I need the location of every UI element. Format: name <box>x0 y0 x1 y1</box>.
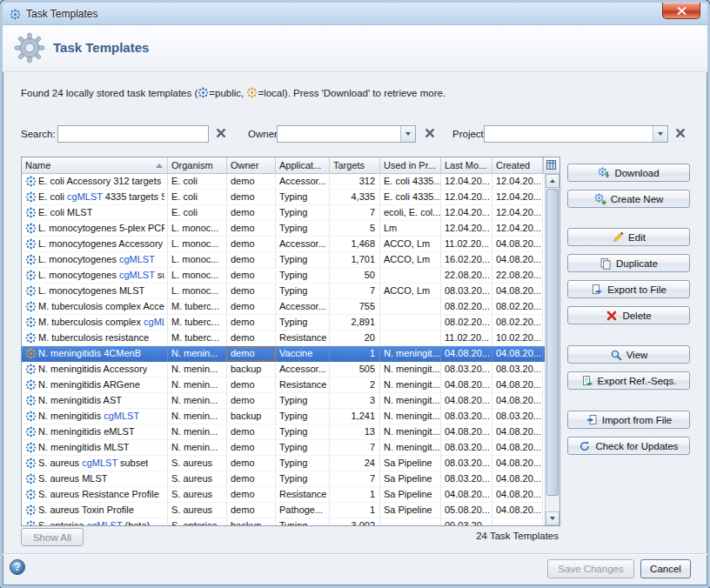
table-row[interactable]: N. meningitidis 4CMenBN. menin...demoVac… <box>22 346 545 362</box>
duplicate-button[interactable]: Duplicate <box>567 254 690 272</box>
cell-targets: 1,468 <box>330 237 380 252</box>
table-row[interactable]: L. monocytogenes cgMLSTL. monoc...demoTy… <box>22 252 545 268</box>
cell-organism: M. tuberc... <box>168 315 227 331</box>
button-label: Delete <box>622 311 651 321</box>
table-config-button[interactable] <box>543 157 558 173</box>
table-row[interactable]: E. coli cgMLST 4335 targets Sa...E. coli… <box>22 190 545 205</box>
table-row[interactable]: E. coli MLSTE. colidemoTyping7ecoli, E. … <box>22 205 545 221</box>
cell-used_in: ACCO, Lm <box>380 237 441 252</box>
cell-last_modified: 12.04.20... <box>441 174 492 190</box>
table-row[interactable]: N. meningitidis cgMLSTN. menin...backupT… <box>22 409 545 424</box>
column-header-organism[interactable]: Organism <box>168 157 227 173</box>
column-header-application[interactable]: Applicat... <box>276 157 330 173</box>
column-header-owner[interactable]: Owner <box>227 157 276 173</box>
cancel-button[interactable]: Cancel <box>640 559 691 578</box>
create-button[interactable]: Create New <box>567 190 690 208</box>
owner-dropdown-arrow[interactable] <box>400 126 415 142</box>
template-name: N. meningitidis MLST <box>38 440 130 455</box>
column-header-last_modified[interactable]: Last Mo... <box>441 157 492 173</box>
duplicate-icon <box>599 257 612 270</box>
search-label: Search: <box>21 124 56 144</box>
scrollbar-thumb[interactable] <box>546 189 559 496</box>
help-button[interactable]: ? <box>10 559 25 575</box>
scroll-up-button[interactable] <box>546 174 559 188</box>
download-button[interactable]: Download <box>567 164 690 182</box>
triangle-up-icon <box>550 179 555 183</box>
cell-owner: demo <box>227 456 276 471</box>
cell-name: N. meningitidis MLST <box>22 440 168 456</box>
search-input[interactable] <box>57 125 209 143</box>
table-row[interactable]: L. monocytogenes MLSTL. monoc...demoTypi… <box>22 284 545 299</box>
cell-created: 04.08.20... <box>492 252 543 268</box>
import-button[interactable]: Import from File <box>567 411 690 429</box>
cell-targets: 1,701 <box>330 252 380 268</box>
view-button[interactable]: View <box>567 345 690 364</box>
table-row[interactable]: S. aureus MLSTS. aureusdemoTyping7Sa Pip… <box>22 471 545 487</box>
cell-used_in <box>380 315 441 331</box>
show-all-button[interactable]: Show All <box>21 528 84 546</box>
cell-last_modified: 22.08.20... <box>441 268 492 284</box>
refseq-button[interactable]: Export Ref.-Seqs. <box>567 371 690 390</box>
template-name-link[interactable]: cgMLST <box>119 254 155 264</box>
cell-last_modified: 16.02.20... <box>441 252 492 268</box>
cell-created: 08.03.20... <box>492 409 543 424</box>
column-header-used_in[interactable]: Used in Pr... <box>380 157 441 173</box>
cell-owner: demo <box>227 471 276 487</box>
export-button[interactable]: Export to File <box>567 280 690 298</box>
public-template-icon <box>198 88 209 98</box>
clear-owner-button[interactable] <box>423 128 436 141</box>
template-name-link[interactable]: cgMLST <box>104 411 139 421</box>
vertical-scrollbar[interactable] <box>545 174 559 525</box>
table-row[interactable]: N. meningitidis AccessoryN. menin...back… <box>22 362 545 378</box>
column-header-targets[interactable]: Targets <box>330 157 380 173</box>
template-name: N. meningitidis eMLST <box>38 424 135 439</box>
chevron-down-icon <box>405 132 411 136</box>
cell-created: 04.08.20... <box>492 378 543 393</box>
column-header-created[interactable]: Created <box>492 157 543 173</box>
column-header-name[interactable]: Name <box>22 157 168 173</box>
cell-name: E. coli cgMLST 4335 targets Sa... <box>22 190 168 205</box>
template-name-link[interactable]: cgML... <box>144 317 164 327</box>
template-name-link[interactable]: cgMLST <box>87 520 123 525</box>
table-row[interactable]: S. aureus Resistance ProfileS. aureusdem… <box>22 487 545 503</box>
owner-dropdown[interactable] <box>277 125 416 143</box>
delete-button[interactable]: Delete <box>567 306 690 324</box>
table-row[interactable]: M. tuberculosis resistanceM. tuberc...de… <box>22 331 545 346</box>
updates-button[interactable]: Check for Updates <box>567 437 690 455</box>
template-name: S. aureus cgMLST subset <box>38 456 148 471</box>
public-template-icon <box>25 520 38 525</box>
table-row[interactable]: L. monocytogenes AccessoryL. monoc...dem… <box>22 237 545 252</box>
template-name-link[interactable]: cgMLST <box>82 458 117 468</box>
cell-organism: S. aureus <box>168 471 227 487</box>
cell-owner: demo <box>227 284 276 299</box>
table-row[interactable]: L. monocytogenes cgMLST sub...L. monoc..… <box>22 268 545 284</box>
table-row[interactable]: N. meningitidis ASTN. menin...demoTyping… <box>22 393 545 409</box>
edit-button[interactable]: Edit <box>567 228 690 246</box>
cell-targets: 5 <box>330 221 380 237</box>
info-line: Found 24 locally stored task templates (… <box>21 87 445 98</box>
table-row[interactable]: N. meningitidis ARGeneN. menin...demoRes… <box>22 378 545 393</box>
table-row[interactable]: M. tuberculosis complex cgML...M. tuberc… <box>22 315 545 331</box>
table-row[interactable]: S. aureus Toxin ProfileS. aureusdemoPath… <box>22 503 545 518</box>
template-name: E. coli cgMLST 4335 targets Sa... <box>38 190 164 204</box>
scroll-down-button[interactable] <box>546 511 559 525</box>
template-name: S. aureus Resistance Profile <box>38 487 159 502</box>
table-row[interactable]: N. meningitidis MLSTN. menin...demoTypin… <box>22 440 545 456</box>
title-bar[interactable]: Task Templates <box>3 3 707 25</box>
public-template-icon <box>25 332 38 344</box>
table-row[interactable]: L. monocytogenes 5-plex PCRL. monoc...de… <box>22 221 545 237</box>
table-row[interactable]: S. enterica cgMLST (beta)S. entericaback… <box>22 518 545 525</box>
template-name: S. aureus MLST <box>38 471 107 486</box>
public-template-icon <box>25 395 38 406</box>
template-name-link[interactable]: cgMLST <box>67 191 103 202</box>
template-name-link[interactable]: cgMLST <box>119 270 155 280</box>
cell-last_modified: 11.02.20... <box>441 331 492 346</box>
clear-search-button[interactable] <box>214 128 227 141</box>
template-count: 24 Task Templates <box>350 531 559 541</box>
table-row[interactable]: S. aureus cgMLST subsetS. aureusdemoTypi… <box>22 456 545 471</box>
close-button[interactable] <box>662 3 700 19</box>
table-row[interactable]: N. meningitidis eMLSTN. menin...demoTypi… <box>22 424 545 440</box>
table-row[interactable]: E. coli Accessory 312 targets S...E. col… <box>22 174 545 190</box>
save-changes-button[interactable]: Save Changes <box>547 559 634 578</box>
table-row[interactable]: M. tuberculosis complex Acces...M. tuber… <box>22 299 545 315</box>
